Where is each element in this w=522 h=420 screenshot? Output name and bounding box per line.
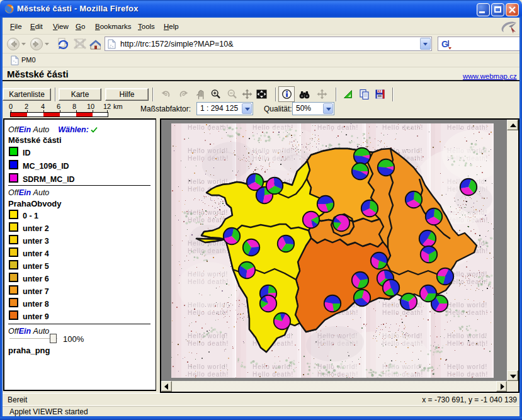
svg-text:A2: A2: [378, 90, 382, 93]
svg-text:G: G: [441, 39, 448, 49]
